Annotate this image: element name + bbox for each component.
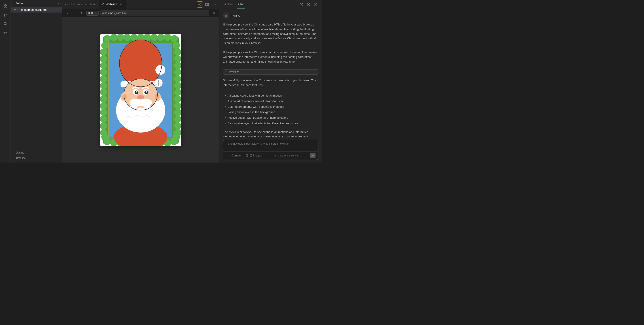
svg-point-14: [104, 35, 111, 42]
close-panel-button[interactable]: [313, 2, 318, 7]
file-tree-header: › Folder ≡: [11, 0, 62, 7]
send-button[interactable]: [310, 153, 316, 158]
tab-builder[interactable]: Builder: [223, 0, 234, 9]
context-button[interactable]: # # Context: [226, 154, 242, 158]
preview-toggle-button[interactable]: [197, 1, 203, 7]
port-selector[interactable]: 8000 ▾: [86, 11, 98, 16]
history-button[interactable]: [306, 2, 311, 7]
ai-header: Trae AI: [223, 12, 318, 19]
share-button[interactable]: [299, 2, 304, 7]
file-tree: › Folder ≡ <> christmas_card.html › Outl…: [11, 0, 62, 162]
context-icon: #: [227, 154, 228, 157]
svg-point-36: [101, 42, 108, 49]
chat-footer-left: # # Context 🖼 🖼 Images: [226, 154, 263, 158]
chat-message-2: I'll help you preview the Christmas card…: [223, 50, 318, 66]
panel-tabs: Builder Chat: [223, 0, 245, 9]
svg-point-92: [143, 115, 156, 128]
sidebar: [0, 0, 11, 162]
copy-url-button[interactable]: ⧉: [211, 10, 216, 16]
tab-webview[interactable]: ⊙ Webview ✕: [99, 0, 126, 9]
sidebar-icon-explorer[interactable]: [1, 2, 10, 10]
ai-name: Trae AI: [231, 14, 240, 17]
svg-point-83: [146, 91, 147, 92]
chat-input-area: # # Context 🖼 🖼 Images ◎ Claude-3.5-Sonn…: [219, 137, 322, 162]
tab-actions: ⋯: [197, 1, 219, 7]
ai-avatar: [223, 12, 229, 19]
forward-button[interactable]: ›: [72, 10, 78, 16]
list-item-0: A floating card effect with gentle anima…: [225, 93, 318, 99]
tab-webview-icon: ⊙: [102, 2, 104, 6]
model-icon: ◎: [274, 154, 276, 157]
file-modified-dot: [14, 9, 16, 10]
sidebar-icon-extensions[interactable]: [1, 29, 10, 37]
file-code-icon: <>: [17, 8, 20, 11]
svg-point-65: [173, 133, 180, 141]
tab-bar: <> christmas_card.html ⊙ Webview ✕: [62, 0, 219, 9]
panel-header-actions: [299, 2, 318, 7]
christmas-card-preview: [100, 34, 181, 146]
chat-message-1: I'll help you preview the Christmas card…: [223, 22, 318, 47]
refresh-button[interactable]: ↻: [79, 10, 85, 16]
svg-point-82: [136, 91, 138, 92]
preview-badge-icon: ⊙: [226, 70, 228, 73]
file-tree-bottom: › Outline › Timeline: [11, 148, 62, 162]
tab-chat[interactable]: Chat: [237, 0, 245, 9]
svg-point-102: [226, 14, 226, 15]
svg-point-71: [156, 65, 165, 75]
svg-rect-10: [206, 3, 207, 5]
svg-rect-0: [4, 4, 5, 5]
list-item-5: Responsive layout that adapts to differe…: [225, 121, 318, 126]
svg-rect-101: [225, 15, 228, 17]
svg-point-9: [200, 4, 200, 5]
tab-christmas-html[interactable]: <> christmas_card.html: [62, 0, 99, 9]
outline-chevron: ›: [14, 151, 14, 154]
svg-rect-3: [6, 6, 7, 7]
split-view-button[interactable]: [204, 1, 210, 7]
address-bar: ‹ › ↻ 8000 ▾ /christmas_card.html ⧉: [62, 9, 219, 18]
chat-input-box: # # Context 🖼 🖼 Images ◎ Claude-3.5-Sonn…: [223, 140, 318, 160]
chat-message-4: The preview allows you to see all these …: [223, 130, 318, 137]
url-bar[interactable]: /christmas_card.html: [100, 10, 209, 16]
svg-point-24: [170, 35, 178, 42]
chat-input-footer: # # Context 🖼 🖼 Images ◎ Claude-3.5-Sonn…: [223, 151, 318, 160]
images-icon: 🖼: [246, 154, 248, 157]
preview-badge[interactable]: ⊙ Preview: [223, 69, 318, 75]
tab-close-button[interactable]: ✕: [119, 2, 122, 6]
list-item-3: Falling snowflakes in the background: [225, 109, 318, 115]
webview-content: [62, 18, 219, 162]
sidebar-icon-search[interactable]: [1, 20, 10, 28]
right-panel: Builder Chat: [219, 0, 322, 162]
back-button[interactable]: ‹: [65, 10, 71, 16]
model-info: ◎ Claude-3.5-Sonnet: [274, 154, 298, 157]
chat-message-3: Successfully previewed the Christmas car…: [223, 78, 318, 89]
feature-list: A floating card effect with gentle anima…: [223, 93, 318, 126]
svg-point-50: [101, 133, 108, 141]
svg-point-86: [138, 99, 152, 107]
svg-rect-2: [4, 6, 5, 7]
svg-point-5: [4, 15, 5, 16]
folder-menu-icon[interactable]: ≡: [58, 2, 59, 5]
list-item-2: Colorful ornaments with bobbing animatio…: [225, 104, 318, 110]
file-item-christmas[interactable]: <> christmas_card.html: [11, 7, 62, 12]
chat-content: Trae AI I'll help you preview the Christ…: [219, 9, 322, 137]
main-area: <> christmas_card.html ⊙ Webview ✕: [62, 0, 219, 162]
list-item-4: Festive design with traditional Christma…: [225, 115, 318, 121]
images-button[interactable]: 🖼 🖼 Images: [245, 154, 263, 158]
port-chevron: ▾: [95, 12, 96, 15]
svg-rect-1: [6, 4, 7, 5]
svg-point-51: [173, 42, 180, 49]
timeline-chevron: ›: [14, 156, 14, 160]
right-panel-header: Builder Chat: [219, 0, 322, 9]
more-options-button[interactable]: ⋯: [211, 1, 217, 7]
timeline-section[interactable]: › Timeline: [14, 155, 59, 161]
chat-input[interactable]: [223, 140, 318, 151]
tab-code-icon: <>: [65, 3, 68, 6]
sidebar-icon-git[interactable]: [1, 11, 10, 19]
svg-rect-11: [207, 3, 209, 5]
folder-label: › Folder: [14, 2, 24, 5]
more-icon: ⋯: [213, 3, 216, 6]
folder-chevron[interactable]: ›: [14, 2, 14, 5]
list-item-1: Animated Christmas tree with twinkling s…: [225, 99, 318, 104]
outline-section[interactable]: › Outline: [14, 150, 59, 155]
